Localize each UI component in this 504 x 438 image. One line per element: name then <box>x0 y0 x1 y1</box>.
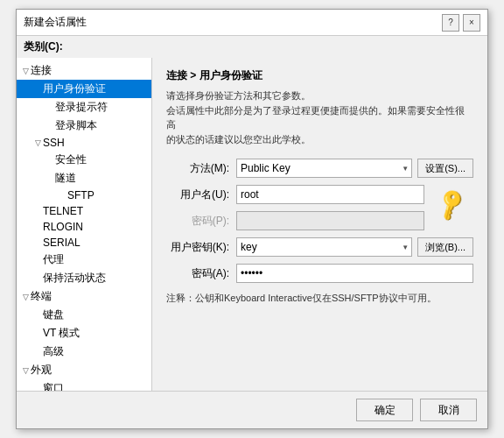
tree-item-auth[interactable]: 用户身份验证 <box>17 80 151 98</box>
tree-expand-terminal: ▽ <box>20 293 31 301</box>
method-field: Public Key Password Keyboard Interactive… <box>236 159 412 178</box>
tree-item-keepalive[interactable]: 保持活动状态 <box>17 269 151 287</box>
tree-label-proxy: 代理 <box>43 252 64 267</box>
passphrase-row: 密码(A): <box>166 264 473 283</box>
tree-label-appearance: 外观 <box>31 363 52 378</box>
userkey-label: 用户密钥(K): <box>166 240 236 255</box>
tree-item-serial[interactable]: SERIAL <box>17 235 151 251</box>
method-row: 方法(M): Public Key Password Keyboard Inte… <box>166 159 473 178</box>
tree-label-advanced: 高级 <box>43 344 64 359</box>
tree-item-ssh[interactable]: ▽SSH <box>17 135 151 151</box>
password-label: 密码(P): <box>166 214 236 229</box>
title-bar-controls: ? × <box>442 14 480 32</box>
tree-label-sftp: SFTP <box>67 189 94 201</box>
tree-label-ssh: SSH <box>43 137 65 149</box>
tree-expand-appearance: ▽ <box>20 366 31 375</box>
title-bar: 新建会话属性 ? × <box>17 10 487 36</box>
tree-item-advanced[interactable]: 高级 <box>17 343 151 361</box>
tree-item-sftp[interactable]: SFTP <box>17 187 151 203</box>
tree-expand-connect: ▽ <box>20 67 31 75</box>
right-panel: 连接 > 用户身份验证 请选择身份验证方法和其它参数。 会话属性中此部分是为了登… <box>152 58 487 391</box>
tree-item-connect[interactable]: ▽连接 <box>17 61 151 80</box>
username-key-group: 用户名(U): 密码(P): 🔑 <box>166 185 473 237</box>
breadcrumb: 连接 > 用户身份验证 <box>166 68 473 83</box>
tree-label-window: 窗口 <box>43 381 64 391</box>
tree-label-login-script: 登录脚本 <box>55 118 97 133</box>
method-select[interactable]: Public Key Password Keyboard Interactive… <box>236 159 412 178</box>
tree-item-tunnel[interactable]: 隧道 <box>17 169 151 187</box>
passphrase-label: 密码(A): <box>166 266 236 281</box>
username-group: 用户名(U): 密码(P): <box>166 185 424 237</box>
dialog-title: 新建会话属性 <box>24 15 87 30</box>
userkey-select[interactable]: key None <box>236 237 412 257</box>
cancel-button[interactable]: 取消 <box>420 399 477 421</box>
note-text: 注释：公钥和Keyboard Interactive仅在SSH/SFTP协议中可… <box>166 292 473 305</box>
userkey-row: 用户密钥(K): key None ▼ 浏览(B)... <box>166 237 473 257</box>
tree-label-serial: SERIAL <box>43 237 80 249</box>
key-icon-area: 🔑 <box>430 185 473 223</box>
password-input <box>236 211 424 230</box>
tree-label-terminal: 终端 <box>31 289 52 304</box>
userkey-field: key None ▼ <box>236 237 412 257</box>
tree-item-login-prompt[interactable]: 登录提示符 <box>17 98 151 117</box>
help-button[interactable]: ? <box>442 14 459 32</box>
tree-label-tunnel: 隧道 <box>55 171 76 186</box>
browse-button[interactable]: 浏览(B)... <box>417 237 473 257</box>
tree-item-rlogin[interactable]: RLOGIN <box>17 219 151 235</box>
username-field <box>236 185 424 204</box>
method-select-wrapper: Public Key Password Keyboard Interactive… <box>236 159 412 178</box>
tree-label-connect: 连接 <box>31 63 52 78</box>
tree-panel: ▽连接用户身份验证登录提示符登录脚本▽SSH安全性隧道SFTPTELNETRLO… <box>17 58 152 391</box>
settings-button[interactable]: 设置(S)... <box>417 159 473 178</box>
password-row: 密码(P): <box>166 211 424 230</box>
tree-item-keyboard[interactable]: 键盘 <box>17 306 151 324</box>
description: 请选择身份验证方法和其它参数。 会话属性中此部分是为了登录过程更便捷而提供的。如… <box>166 88 473 146</box>
userkey-select-wrapper: key None ▼ <box>236 237 412 257</box>
key-icon: 🔑 <box>432 186 470 223</box>
main-dialog: 新建会话属性 ? × 类别(C): ▽连接用户身份验证登录提示符登录脚本▽SSH… <box>16 9 488 429</box>
tree-label-telnet: TELNET <box>43 205 83 217</box>
tree-label-security: 安全性 <box>55 152 87 167</box>
tree-item-telnet[interactable]: TELNET <box>17 203 151 219</box>
desc-line3: 的状态的话建议以您空出此学校。 <box>166 132 473 147</box>
tree-label-login-prompt: 登录提示符 <box>55 100 108 115</box>
tree-item-terminal[interactable]: ▽终端 <box>17 287 151 306</box>
tree-item-security[interactable]: 安全性 <box>17 151 151 169</box>
category-label: 类别(C): <box>17 36 487 58</box>
desc-line1: 请选择身份验证方法和其它参数。 <box>166 88 473 103</box>
username-row: 用户名(U): <box>166 185 424 204</box>
close-button[interactable]: × <box>463 14 480 32</box>
method-label: 方法(M): <box>166 161 236 176</box>
tree-expand-ssh: ▽ <box>32 138 43 147</box>
username-input[interactable] <box>236 185 424 204</box>
tree-item-login-script[interactable]: 登录脚本 <box>17 117 151 135</box>
tree-item-window[interactable]: 窗口 <box>17 379 151 391</box>
passphrase-field <box>236 264 473 283</box>
tree-label-rlogin: RLOGIN <box>43 221 83 233</box>
username-label: 用户名(U): <box>166 187 236 202</box>
ok-button[interactable]: 确定 <box>356 399 413 421</box>
tree-item-vt-mode[interactable]: VT 模式 <box>17 324 151 343</box>
dialog-footer: 确定 取消 <box>17 391 487 428</box>
passphrase-input[interactable] <box>236 264 473 283</box>
desc-line2: 会话属性中此部分是为了登录过程更便捷而提供的。如果需要安全性很高 <box>166 103 473 132</box>
tree-item-proxy[interactable]: 代理 <box>17 251 151 269</box>
tree-label-keepalive: 保持活动状态 <box>43 271 106 286</box>
tree-label-keyboard: 键盘 <box>43 307 64 322</box>
dialog-body: ▽连接用户身份验证登录提示符登录脚本▽SSH安全性隧道SFTPTELNETRLO… <box>17 58 487 391</box>
password-field <box>236 211 424 230</box>
tree-label-vt-mode: VT 模式 <box>43 326 80 341</box>
tree-label-auth: 用户身份验证 <box>43 81 106 96</box>
tree-item-appearance[interactable]: ▽外观 <box>17 361 151 379</box>
